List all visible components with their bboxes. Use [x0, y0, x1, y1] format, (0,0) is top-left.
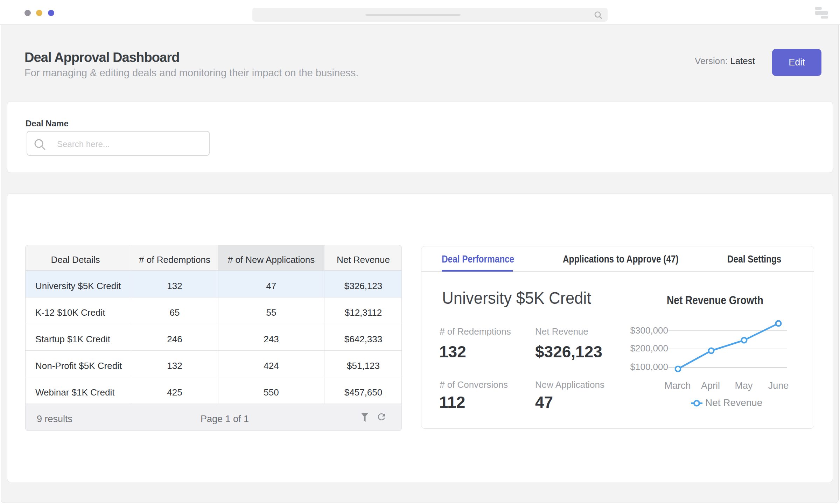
svg-text:April: April	[701, 380, 720, 391]
svg-text:$300,000: $300,000	[630, 325, 668, 336]
svg-text:$100,000: $100,000	[630, 362, 668, 372]
svg-text:$200,000: $200,000	[630, 343, 668, 354]
svg-text:May: May	[735, 380, 753, 391]
svg-text:Net Revenue: Net Revenue	[705, 397, 762, 408]
svg-text:June: June	[768, 380, 789, 391]
svg-text:March: March	[664, 380, 691, 391]
